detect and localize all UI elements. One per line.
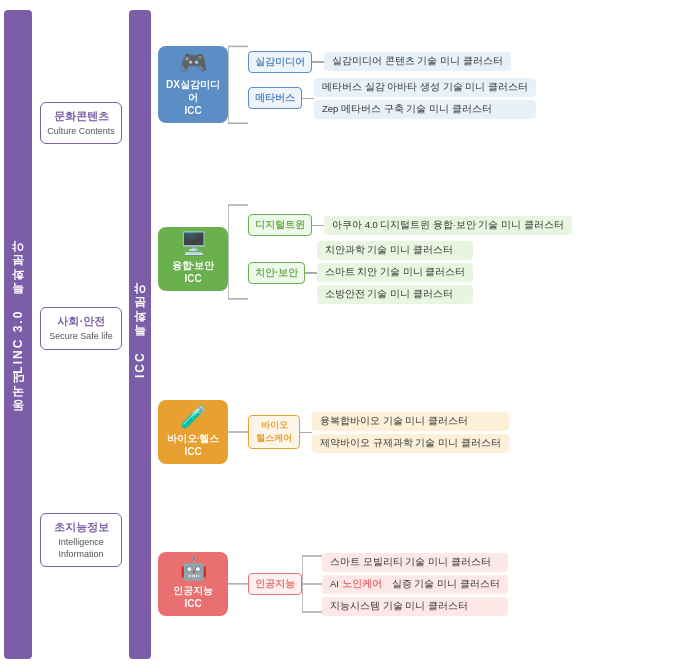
fusion-branch-digital: 디지털트윈 아쿠아 4.0 디지털트윈 융합·보안 기술 미니 클러스터 [248, 214, 696, 236]
dx-connector-svg [228, 8, 248, 162]
ai-items: 스마트 모빌리티 기술 미니 클러스터 AI 노인케어 실증 기술 미니 클러스… [322, 553, 508, 616]
silgam-items: 실감미디어 콘텐츠 기술 미니 클러스터 [324, 52, 511, 71]
item-security-3: 소방안전 기술 미니 클러스터 [317, 285, 474, 304]
root-container: 동국대 LINC 3.0 특화분야 문화콘텐츠 Culture Contents… [0, 0, 700, 669]
fusion-branch-security: 치안·보안 치안과학 기술 미니 클러스터 스마트 치안 기술 미니 클러스터 … [248, 241, 696, 304]
icc-box-ai: 🤖 인공지능ICC [158, 552, 228, 616]
left-label: 동국대 LINC 3.0 특화분야 [4, 10, 32, 659]
meta-items: 메타버스 실감 아바타 생성 기술 미니 클러스터 Zep 메타버스 구축 기술… [314, 78, 536, 119]
bio-branch-health: 바이오헬스케어 융복합바이오 기술 미니 클러스터 제약바이오 규제과학 기술 … [248, 412, 696, 453]
branch-silgam-label: 실감미디어 [248, 51, 312, 73]
icc-box-fusion: 🖥️ 융합·보안ICC [158, 227, 228, 291]
ai-connector-svg [228, 507, 248, 661]
h-line-5 [300, 432, 312, 434]
bio-connector-svg [228, 357, 248, 507]
icc-section-bio: 🧪 바이오·헬스ICC 바이오헬스케어 융복합바이오 기술 미니 클러스터 제약… [158, 357, 696, 507]
icc-section-dx: 🎮 DX실감미디어ICC 실감미디어 실감미디어 콘텐츠 기술 미니 클러스터 … [158, 8, 696, 162]
branch-digital-label: 디지털트윈 [248, 214, 312, 236]
icc-section-fusion: 🖥️ 융합·보안ICC 디지털트윈 아쿠아 4.0 디지털트윈 융합·보안 기술… [158, 162, 696, 358]
category-culture-eng: Culture Contents [45, 126, 117, 138]
branch-security-label: 치안·보안 [248, 262, 305, 284]
fusion-title: 융합·보안ICC [172, 259, 215, 285]
item-ai-1: 스마트 모빌리티 기술 미니 클러스터 [322, 553, 508, 572]
h-line-1 [312, 61, 324, 63]
dx-icon: 🎮 [180, 50, 207, 76]
bio-icon: 🧪 [180, 404, 207, 430]
bio-title: 바이오·헬스ICC [167, 432, 220, 458]
dx-branches: 실감미디어 실감미디어 콘텐츠 기술 미니 클러스터 메타버스 메타버스 실감 … [248, 51, 696, 119]
fusion-connector-svg [228, 162, 248, 358]
bio-branches: 바이오헬스케어 융복합바이오 기술 미니 클러스터 제약바이오 규제과학 기술 … [248, 412, 696, 453]
highlight-noincare: 노인케어 [342, 578, 382, 589]
branch-ai-label: 인공지능 [248, 573, 302, 595]
item-meta-2: Zep 메타버스 구축 기술 미니 클러스터 [314, 100, 536, 119]
branch-meta-label: 메타버스 [248, 87, 302, 109]
category-secure-kor: 사회·안전 [45, 314, 117, 329]
ai-icon: 🤖 [180, 556, 207, 582]
icc-box-dx: 🎮 DX실감미디어ICC [158, 46, 228, 123]
item-health-2: 제약바이오 규제과학 기술 미니 클러스터 [312, 434, 509, 453]
item-ai-3: 지능시스템 기술 미니 클러스터 [322, 597, 508, 616]
ai-branches: 인공지능 스마트 모빌리티 기술 미니 클러스터 AI 노인케어 실증 기술 미… [248, 544, 696, 624]
h-line-3 [312, 225, 324, 227]
health-items: 융복합바이오 기술 미니 클러스터 제약바이오 규제과학 기술 미니 클러스터 [312, 412, 509, 453]
digital-items: 아쿠아 4.0 디지털트윈 융합·보안 기술 미니 클러스터 [324, 216, 572, 235]
item-digital-1: 아쿠아 4.0 디지털트윈 융합·보안 기술 미니 클러스터 [324, 216, 572, 235]
item-meta-1: 메타버스 실감 아바타 생성 기술 미니 클러스터 [314, 78, 536, 97]
category-intelligence: 초지능정보 Intelligence Information [40, 513, 122, 567]
category-secure: 사회·안전 Secure Safe life [40, 307, 122, 350]
ai-sub-connector [302, 544, 322, 624]
security-items: 치안과학 기술 미니 클러스터 스마트 치안 기술 미니 클러스터 소방안전 기… [317, 241, 474, 304]
category-secure-eng: Secure Safe life [45, 331, 117, 343]
category-intelligence-eng: Intelligence Information [45, 537, 117, 560]
item-security-2: 스마트 치안 기술 미니 클러스터 [317, 263, 474, 282]
dx-title: DX실감미디어ICC [162, 78, 224, 117]
category-culture: 문화콘텐츠 Culture Contents [40, 102, 122, 145]
item-security-1: 치안과학 기술 미니 클러스터 [317, 241, 474, 260]
branch-health-label: 바이오헬스케어 [248, 415, 300, 449]
category-intelligence-kor: 초지능정보 [45, 520, 117, 535]
dx-branch-meta: 메타버스 메타버스 실감 아바타 생성 기술 미니 클러스터 Zep 메타버스 … [248, 78, 696, 119]
item-ai-2: AI 노인케어 실증 기술 미니 클러스터 [322, 575, 508, 594]
category-culture-kor: 문화콘텐츠 [45, 109, 117, 124]
ai-branch-ai: 인공지능 스마트 모빌리티 기술 미니 클러스터 AI 노인케어 실증 기술 미… [248, 544, 696, 624]
icc-box-bio: 🧪 바이오·헬스ICC [158, 400, 228, 464]
icc-section-ai: 🤖 인공지능ICC 인공지능 스마트 모빌리티 기술 미니 클러스터 [158, 507, 696, 661]
dx-branch-silgam: 실감미디어 실감미디어 콘텐츠 기술 미니 클러스터 [248, 51, 696, 73]
main-content: 🎮 DX실감미디어ICC 실감미디어 실감미디어 콘텐츠 기술 미니 클러스터 … [154, 0, 700, 669]
h-line-4 [305, 272, 317, 274]
h-line-2 [302, 98, 314, 100]
left-categories: 문화콘텐츠 Culture Contents 사회·안전 Secure Safe… [36, 0, 126, 669]
item-health-1: 융복합바이오 기술 미니 클러스터 [312, 412, 509, 431]
icc-label: ICC 특화분야 [129, 10, 151, 659]
fusion-icon: 🖥️ [180, 231, 207, 257]
ai-title: 인공지능ICC [173, 584, 213, 610]
fusion-branches: 디지털트윈 아쿠아 4.0 디지털트윈 융합·보안 기술 미니 클러스터 치안·… [248, 214, 696, 304]
item-silgam-1: 실감미디어 콘텐츠 기술 미니 클러스터 [324, 52, 511, 71]
